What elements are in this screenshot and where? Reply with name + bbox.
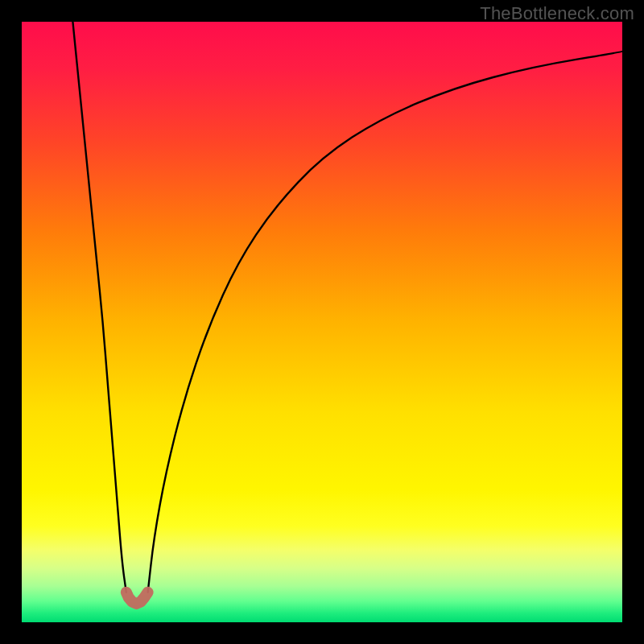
chart-frame: TheBottleneck.com	[0, 0, 644, 644]
plot-area	[22, 22, 622, 622]
chart-svg	[22, 22, 622, 622]
gradient-background	[22, 22, 622, 622]
